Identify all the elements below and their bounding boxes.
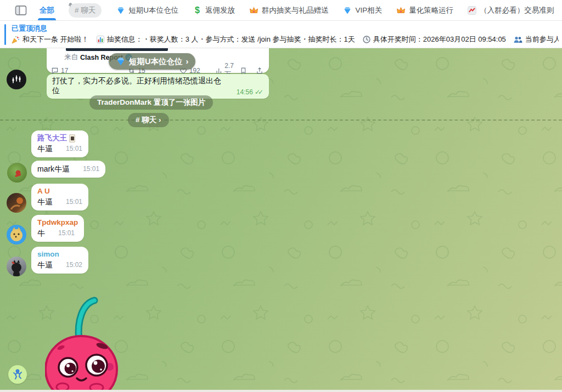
message-time: 15:01 <box>83 163 99 174</box>
reply-count: 17 <box>61 67 68 75</box>
message-time: 15:02 <box>66 259 82 270</box>
gem-icon <box>116 56 126 66</box>
tab-trading-rules[interactable]: （入群必看）交易准则 <box>468 0 554 20</box>
share-icon[interactable] <box>256 67 263 75</box>
service-message[interactable]: TraderDonMark 置顶了一张图片 <box>89 95 213 110</box>
tab-label: 返佣发放 <box>205 5 235 15</box>
sender-name-row: simon <box>37 249 82 259</box>
tab-label: （入群必看）交易准则 <box>480 5 554 15</box>
service-message-text: TraderDonMark 置顶了一张图片 <box>97 98 205 106</box>
pinned-body: 已置顶消息 和天下一条 开始啦！ 抽奖信息：・获奖人数：3 人・参与方式：发送 … <box>12 24 559 45</box>
message-text: mark牛逼 <box>37 163 70 174</box>
sender-name-row: A U <box>37 186 82 196</box>
gem-icon <box>116 5 125 15</box>
read-ticks-icon: ✓✓ <box>255 88 263 96</box>
message-text: 牛逼 <box>37 196 53 207</box>
pinned-segment: 抽奖信息：・获奖人数：3 人・参与方式：发送 /join 参与抽奖・抽奖时长：1… <box>97 33 355 45</box>
pinned-segment: 具体开奖时间：2026年03月02日 09:54:05 <box>363 33 506 45</box>
crown-icon <box>249 5 258 15</box>
sender-name[interactable]: simon <box>37 249 59 259</box>
pinned-text: 当前参与人数... <box>525 33 559 45</box>
reply-stat[interactable]: 17 <box>51 67 68 75</box>
message-time: 15:01 <box>66 196 82 207</box>
chevron-right-icon: › <box>186 57 188 66</box>
avatar[interactable] <box>7 257 26 276</box>
pinned-text: 具体开奖时间：2026年03月02日 09:54:05 <box>373 33 506 45</box>
tab-label: 群内抽奖与礼品赠送 <box>262 5 329 15</box>
topic-divider-line <box>0 120 562 121</box>
message-time: 15:01 <box>58 228 75 238</box>
message-bubble[interactable]: mark牛逼 15:01 <box>31 161 105 178</box>
topic-divider-pill[interactable]: # 聊天 › <box>128 113 169 127</box>
message-text: 牛逼 <box>37 259 53 270</box>
message-time: 14:56 <box>229 88 253 96</box>
pinned-preview: 和天下一条 开始啦！ 抽奖信息：・获奖人数：3 人・参与方式：发送 /join … <box>12 33 559 45</box>
sender-name[interactable]: Tpdwkpxap <box>37 218 78 228</box>
avatar[interactable] <box>7 225 26 245</box>
sender-name-row: 路飞大王 <box>37 133 82 143</box>
topic-tabs: 全部 # 聊天 短期U本位仓位 $ 返佣发放 <box>40 0 562 20</box>
bookmark-icon[interactable] <box>240 67 247 75</box>
sender-name[interactable]: A U <box>37 186 50 196</box>
party-popper-icon <box>12 36 20 44</box>
bar-chart-icon <box>97 36 104 43</box>
gem-icon <box>343 5 352 15</box>
avatar[interactable] <box>7 70 26 89</box>
topic-jump-label: 短期U本位仓位 <box>129 56 182 67</box>
busts-icon <box>514 36 522 43</box>
tab-lottery[interactable]: 群内抽奖与礼品赠送 <box>249 0 329 20</box>
chat-area: 来自 Clash Report ✓ 17 15 192 <box>0 48 562 392</box>
tab-label: VIP相关 <box>356 5 383 15</box>
pinned-indicator <box>4 24 6 45</box>
message-text: 牛 <box>37 228 45 238</box>
avatar[interactable] <box>7 163 27 183</box>
tab-short-positions[interactable]: 短期U本位仓位 <box>116 0 178 20</box>
corner-emoji-button[interactable] <box>8 365 27 384</box>
pinned-text: 抽奖信息：・获奖人数：3 人・参与方式：发送 /join 参与抽奖・抽奖时长：1… <box>107 33 355 45</box>
pinned-messages-bar[interactable]: 已置顶消息 和天下一条 开始啦！ 抽奖信息：・获奖人数：3 人・参与方式：发送 … <box>0 21 562 48</box>
cherry-sticker[interactable] <box>45 295 120 392</box>
telegram-window: 全部 # 聊天 短期U本位仓位 $ 返佣发放 <box>0 0 562 392</box>
topic-jump-button[interactable]: 短期U本位仓位 › <box>109 53 195 70</box>
message-bubble[interactable]: A U 牛逼 15:01 <box>31 184 88 211</box>
clock-icon <box>363 36 370 43</box>
sidebar-toggle-icon[interactable] <box>14 4 27 17</box>
pinned-text: 和天下一条 开始啦！ <box>23 33 89 45</box>
tab-chat-pinned[interactable]: # 聊天 <box>69 3 102 18</box>
composer-edge <box>0 390 562 392</box>
topic-tab-bar: 全部 # 聊天 短期U本位仓位 $ 返佣发放 <box>0 0 562 21</box>
chart-icon <box>468 6 476 15</box>
avatar[interactable] <box>7 193 26 213</box>
topic-divider-label: # 聊天 <box>136 116 156 124</box>
pinned-segment: 和天下一条 开始啦！ <box>12 33 89 45</box>
sender-name-row: Tpdwkpxap <box>37 218 78 228</box>
crown-icon <box>396 5 406 15</box>
tweet-from-label: 来自 <box>64 53 78 62</box>
tab-rebate[interactable]: $ 返佣发放 <box>193 0 235 20</box>
pinned-segment: 当前参与人数... <box>514 33 559 45</box>
message-bubble[interactable]: Tpdwkpxap 牛 15:01 <box>31 215 84 242</box>
chevron-right-icon: › <box>159 116 161 124</box>
tab-vip[interactable]: VIP相关 <box>343 0 383 20</box>
tab-all[interactable]: 全部 <box>40 0 54 20</box>
message-bubble[interactable]: 路飞大王 牛逼 15:01 <box>31 130 88 157</box>
tab-label: 全部 <box>40 5 54 15</box>
card-badge-icon <box>69 134 75 143</box>
pinned-title: 已置顶消息 <box>12 24 559 33</box>
dollar-icon: $ <box>193 5 202 15</box>
message-bubble[interactable]: simon 牛逼 15:02 <box>31 247 88 274</box>
tab-label: # 聊天 <box>75 5 95 15</box>
sender-name[interactable]: 路飞大王 <box>37 133 67 143</box>
tab-label: 量化策略运行 <box>409 5 453 15</box>
message-time: 15:01 <box>66 143 82 154</box>
pin-icon <box>68 1 73 9</box>
tab-quant-strategy[interactable]: 量化策略运行 <box>396 0 453 20</box>
tab-label: 短期U本位仓位 <box>128 5 178 15</box>
tweet-media-edge <box>66 48 168 51</box>
message-text: 牛逼 <box>37 143 53 154</box>
message-text: 打仗了，实力不必多说。正好利用情绪恐慌退出仓位 <box>52 76 229 96</box>
